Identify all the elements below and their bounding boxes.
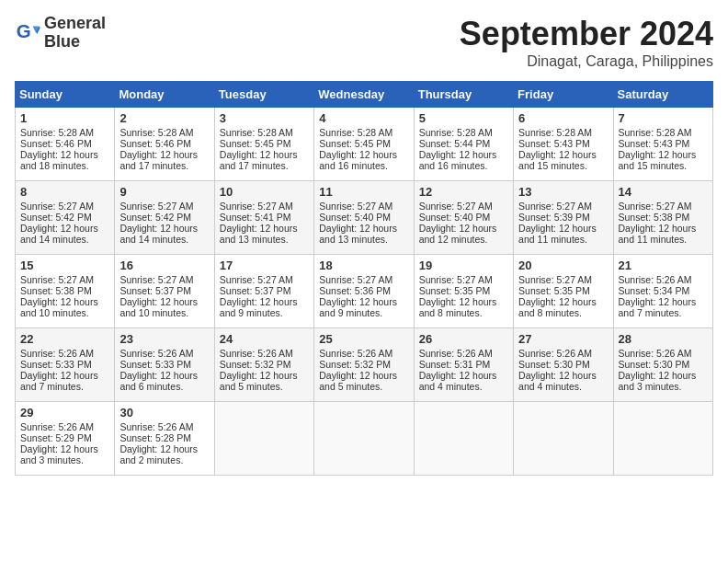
daylight-label: Daylight: 12 hours and 10 minutes. [119, 296, 198, 318]
calendar-cell: 25Sunrise: 5:26 AMSunset: 5:32 PMDayligh… [314, 328, 414, 402]
sunrise-label: Sunrise: 5:26 AM [20, 421, 94, 432]
daylight-label: Daylight: 12 hours and 9 minutes. [319, 296, 397, 318]
day-number: 19 [419, 259, 508, 272]
day-number: 17 [220, 259, 309, 272]
day-number: 25 [319, 332, 408, 346]
day-number: 3 [220, 111, 309, 125]
sunset-label: Sunset: 5:46 PM [20, 138, 92, 149]
daylight-label: Daylight: 12 hours and 7 minutes. [619, 296, 697, 318]
calendar-cell: 5Sunrise: 5:28 AMSunset: 5:44 PMDaylight… [414, 108, 513, 181]
daylight-label: Daylight: 12 hours and 5 minutes. [220, 370, 298, 392]
daylight-label: Daylight: 12 hours and 11 minutes. [518, 223, 597, 245]
col-thursday: Thursday [414, 82, 513, 108]
sunset-label: Sunset: 5:37 PM [119, 285, 191, 296]
daylight-label: Daylight: 12 hours and 17 minutes. [119, 149, 198, 171]
daylight-label: Daylight: 12 hours and 3 minutes. [20, 443, 98, 465]
calendar-week-3: 15Sunrise: 5:27 AMSunset: 5:38 PMDayligh… [16, 255, 713, 328]
calendar-cell: 20Sunrise: 5:27 AMSunset: 5:35 PMDayligh… [514, 255, 613, 328]
daylight-label: Daylight: 12 hours and 16 minutes. [319, 149, 397, 171]
calendar-cell: 17Sunrise: 5:27 AMSunset: 5:37 PMDayligh… [214, 255, 313, 328]
sunset-label: Sunset: 5:38 PM [20, 285, 92, 296]
calendar-cell: 30Sunrise: 5:26 AMSunset: 5:28 PMDayligh… [115, 402, 214, 476]
calendar-cell: 19Sunrise: 5:27 AMSunset: 5:35 PMDayligh… [414, 255, 513, 328]
daylight-label: Daylight: 12 hours and 17 minutes. [220, 149, 298, 171]
sunset-label: Sunset: 5:42 PM [119, 212, 191, 223]
calendar-cell: 9Sunrise: 5:27 AMSunset: 5:42 PMDaylight… [115, 181, 214, 255]
sunset-label: Sunset: 5:45 PM [220, 138, 291, 149]
calendar-cell: 27Sunrise: 5:26 AMSunset: 5:30 PMDayligh… [514, 328, 613, 402]
calendar-cell: 28Sunrise: 5:26 AMSunset: 5:30 PMDayligh… [613, 328, 712, 402]
sunset-label: Sunset: 5:40 PM [319, 212, 391, 223]
logo-icon: G [15, 20, 40, 46]
day-number: 9 [119, 185, 209, 199]
daylight-label: Daylight: 12 hours and 8 minutes. [518, 296, 597, 318]
logo-text: General Blue [44, 15, 106, 52]
header: G General Blue September 2024 Dinagat, C… [15, 15, 713, 70]
day-number: 2 [119, 111, 209, 125]
calendar-cell: 8Sunrise: 5:27 AMSunset: 5:42 PMDaylight… [16, 181, 115, 255]
day-number: 29 [20, 406, 109, 419]
sunrise-label: Sunrise: 5:26 AM [518, 348, 592, 359]
daylight-label: Daylight: 12 hours and 14 minutes. [119, 223, 198, 245]
calendar-cell: 21Sunrise: 5:26 AMSunset: 5:34 PMDayligh… [613, 255, 712, 328]
day-number: 21 [619, 259, 708, 272]
daylight-label: Daylight: 12 hours and 4 minutes. [518, 370, 597, 392]
day-number: 16 [119, 259, 209, 272]
sunrise-label: Sunrise: 5:28 AM [619, 127, 692, 138]
sunset-label: Sunset: 5:33 PM [20, 359, 92, 370]
sunrise-label: Sunrise: 5:28 AM [119, 127, 193, 138]
sunrise-label: Sunrise: 5:27 AM [419, 201, 493, 212]
calendar-cell [314, 402, 414, 476]
col-saturday: Saturday [613, 82, 712, 108]
sunset-label: Sunset: 5:45 PM [319, 138, 391, 149]
day-number: 10 [220, 185, 309, 199]
col-sunday: Sunday [16, 82, 115, 108]
sunrise-label: Sunrise: 5:27 AM [119, 201, 193, 212]
sunrise-label: Sunrise: 5:27 AM [419, 274, 493, 285]
sunrise-label: Sunrise: 5:27 AM [319, 201, 392, 212]
daylight-label: Daylight: 12 hours and 16 minutes. [419, 149, 497, 171]
title-area: September 2024 Dinagat, Caraga, Philippi… [460, 15, 713, 70]
header-row: Sunday Monday Tuesday Wednesday Thursday… [16, 82, 713, 108]
col-tuesday: Tuesday [214, 82, 313, 108]
location: Dinagat, Caraga, Philippines [460, 53, 713, 70]
calendar-cell: 18Sunrise: 5:27 AMSunset: 5:36 PMDayligh… [314, 255, 414, 328]
sunset-label: Sunset: 5:31 PM [419, 359, 491, 370]
sunset-label: Sunset: 5:35 PM [419, 285, 491, 296]
sunset-label: Sunset: 5:34 PM [619, 285, 690, 296]
daylight-label: Daylight: 12 hours and 13 minutes. [220, 223, 298, 245]
sunrise-label: Sunrise: 5:27 AM [319, 274, 392, 285]
daylight-label: Daylight: 12 hours and 2 minutes. [119, 443, 198, 465]
sunset-label: Sunset: 5:37 PM [220, 285, 291, 296]
day-number: 18 [319, 259, 408, 272]
sunset-label: Sunset: 5:32 PM [220, 359, 291, 370]
sunset-label: Sunset: 5:43 PM [619, 138, 690, 149]
sunrise-label: Sunrise: 5:27 AM [220, 274, 293, 285]
daylight-label: Daylight: 12 hours and 3 minutes. [619, 370, 697, 392]
day-number: 12 [419, 185, 508, 199]
calendar-cell: 3Sunrise: 5:28 AMSunset: 5:45 PMDaylight… [214, 108, 313, 181]
day-number: 7 [619, 111, 708, 125]
day-number: 15 [20, 259, 109, 272]
logo: G General Blue [15, 15, 106, 52]
calendar-cell: 24Sunrise: 5:26 AMSunset: 5:32 PMDayligh… [214, 328, 313, 402]
calendar-cell: 14Sunrise: 5:27 AMSunset: 5:38 PMDayligh… [613, 181, 712, 255]
sunrise-label: Sunrise: 5:26 AM [619, 348, 692, 359]
calendar-cell: 6Sunrise: 5:28 AMSunset: 5:43 PMDaylight… [514, 108, 613, 181]
col-wednesday: Wednesday [314, 82, 414, 108]
daylight-label: Daylight: 12 hours and 11 minutes. [619, 223, 697, 245]
sunset-label: Sunset: 5:42 PM [20, 212, 92, 223]
calendar-week-1: 1Sunrise: 5:28 AMSunset: 5:46 PMDaylight… [16, 108, 713, 181]
calendar-table: Sunday Monday Tuesday Wednesday Thursday… [15, 81, 713, 476]
sunset-label: Sunset: 5:38 PM [619, 212, 690, 223]
sunrise-label: Sunrise: 5:27 AM [20, 274, 94, 285]
daylight-label: Daylight: 12 hours and 15 minutes. [619, 149, 697, 171]
sunrise-label: Sunrise: 5:26 AM [619, 274, 692, 285]
daylight-label: Daylight: 12 hours and 4 minutes. [419, 370, 497, 392]
sunrise-label: Sunrise: 5:28 AM [20, 127, 94, 138]
sunset-label: Sunset: 5:43 PM [518, 138, 590, 149]
daylight-label: Daylight: 12 hours and 7 minutes. [20, 370, 98, 392]
sunset-label: Sunset: 5:36 PM [319, 285, 391, 296]
daylight-label: Daylight: 12 hours and 18 minutes. [20, 149, 98, 171]
sunrise-label: Sunrise: 5:27 AM [518, 201, 592, 212]
